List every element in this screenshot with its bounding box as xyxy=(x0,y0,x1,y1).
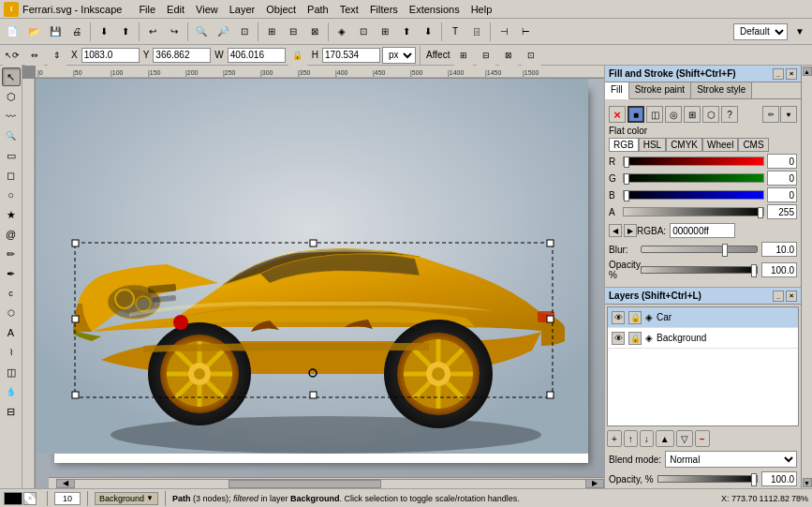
edit-fill-btn[interactable]: ✏ xyxy=(762,106,779,123)
tab-stroke-paint[interactable]: Stroke paint xyxy=(629,82,691,98)
layer-indicator[interactable]: Background ▼ xyxy=(95,492,158,505)
menu-text[interactable]: Text xyxy=(334,2,364,17)
layers-close-btn[interactable]: × xyxy=(786,291,797,302)
menu-extensions[interactable]: Extensions xyxy=(404,2,465,17)
swatch-btn[interactable]: ⬡ xyxy=(702,106,719,123)
affect-btn3[interactable]: ⊠ xyxy=(498,45,519,66)
star-tool[interactable]: ★ xyxy=(2,205,21,224)
a-input[interactable] xyxy=(767,204,797,219)
ellipse-tool[interactable]: ○ xyxy=(2,186,21,204)
zoom-fit-button[interactable]: ⊡ xyxy=(234,22,255,42)
radial-grad-btn[interactable]: ◎ xyxy=(665,106,682,123)
layer-delete-btn[interactable]: − xyxy=(695,430,710,447)
node-select-button[interactable]: ◈ xyxy=(332,22,352,42)
fill-stroke-header[interactable]: Fill and Stroke (Shift+Ctrl+F) _ × xyxy=(605,66,801,82)
menu-object[interactable]: Object xyxy=(260,2,302,17)
opacity-input[interactable] xyxy=(761,262,797,277)
eyedropper-tool[interactable]: 💧 xyxy=(2,382,21,401)
layer-car-visible[interactable]: 👁 xyxy=(612,311,625,324)
import-button[interactable]: ⬇ xyxy=(94,22,114,42)
default-dropdown[interactable]: Default xyxy=(733,23,788,40)
flip-h-btn[interactable]: ⇔ xyxy=(24,45,45,66)
prev-color-btn[interactable]: ◀ xyxy=(609,224,622,237)
cms-tab[interactable]: CMS xyxy=(738,138,768,152)
connector-tool[interactable]: ⌇ xyxy=(2,343,21,362)
measure-tool[interactable]: ⊟ xyxy=(2,402,21,421)
menu-path[interactable]: Path xyxy=(302,2,334,17)
b-input[interactable] xyxy=(767,187,797,202)
tab-stroke-style[interactable]: Stroke style xyxy=(691,82,752,98)
bucket-tool[interactable]: ⬡ xyxy=(2,304,21,322)
select-tool[interactable]: ↖ xyxy=(2,67,21,86)
pen-tool[interactable]: ✒ xyxy=(2,264,21,283)
tweak-tool[interactable]: 〰 xyxy=(2,107,21,126)
snap2-button[interactable]: ⊟ xyxy=(283,22,303,42)
h-input[interactable] xyxy=(322,48,380,63)
default-arrow[interactable]: ▼ xyxy=(790,22,810,42)
a-slider-track[interactable] xyxy=(623,207,764,216)
layer-background[interactable]: 👁 🔒 ◈ Background xyxy=(608,328,798,349)
affect-btn2[interactable]: ⊟ xyxy=(476,45,496,66)
affect-btn4[interactable]: ⊡ xyxy=(521,45,541,66)
layer-down-btn[interactable]: ↓ xyxy=(640,430,654,447)
save-button[interactable]: 💾 xyxy=(45,22,66,42)
spiral-tool[interactable]: @ xyxy=(2,225,21,244)
no-paint-btn[interactable]: × xyxy=(609,106,626,123)
new-button[interactable]: 📄 xyxy=(2,22,22,42)
rgba-hex-input[interactable] xyxy=(670,223,735,238)
opacity-slider[interactable] xyxy=(641,266,758,274)
gradient-tool[interactable]: ◫ xyxy=(2,363,21,381)
snap3-button[interactable]: ⊠ xyxy=(304,22,325,42)
layers-opacity-slider[interactable] xyxy=(657,475,758,483)
stroke-swatch[interactable]: × xyxy=(23,492,37,505)
rect-tool[interactable]: ▭ xyxy=(2,146,21,165)
cmyk-tab[interactable]: CMYK xyxy=(666,138,702,152)
wheel-tab[interactable]: Wheel xyxy=(702,138,738,152)
export-button[interactable]: ⬆ xyxy=(115,22,136,42)
panel-scroll-up[interactable]: ▲ xyxy=(803,67,812,76)
tab-fill[interactable]: Fill xyxy=(605,82,629,99)
pattern-btn[interactable]: ⊞ xyxy=(684,106,701,123)
menu-filters[interactable]: Filters xyxy=(364,2,404,17)
calligraphy-tool[interactable]: c xyxy=(2,284,21,303)
layer-lower-btn[interactable]: ▽ xyxy=(676,430,693,447)
open-button[interactable]: 📂 xyxy=(23,22,44,42)
layer-add-btn[interactable]: + xyxy=(607,430,622,447)
layer-up-btn[interactable]: ↑ xyxy=(624,430,638,447)
blur-input[interactable] xyxy=(761,242,797,257)
flip-v-btn[interactable]: ⇕ xyxy=(47,45,67,66)
canvas-content[interactable]: ◀ ▶ xyxy=(36,79,604,488)
panel-scrollbar[interactable]: ▲ ▼ xyxy=(801,66,812,488)
w-input[interactable] xyxy=(228,48,286,63)
lower-button[interactable]: ⬇ xyxy=(418,22,438,42)
node-width-input[interactable] xyxy=(54,492,81,505)
affect-btn1[interactable]: ⊞ xyxy=(453,45,474,66)
r-input[interactable] xyxy=(767,154,797,169)
hsl-tab[interactable]: HSL xyxy=(639,138,666,152)
g-input[interactable] xyxy=(767,171,797,186)
print-button[interactable]: 🖨 xyxy=(66,22,87,42)
y-input[interactable] xyxy=(153,48,211,63)
transform-btn[interactable]: ↖⟳ xyxy=(2,45,22,66)
align-right-btn[interactable]: ⊢ xyxy=(515,22,536,42)
text-tool[interactable]: A xyxy=(2,323,21,342)
unknown-btn[interactable]: ? xyxy=(721,106,738,123)
unit-select[interactable]: px xyxy=(382,47,416,64)
layer-bg-lock[interactable]: 🔒 xyxy=(628,332,642,345)
undo-button[interactable]: ↩ xyxy=(142,22,163,42)
3dbox-tool[interactable]: ◻ xyxy=(2,166,21,185)
group-button[interactable]: ⊡ xyxy=(353,22,374,42)
menu-file[interactable]: File xyxy=(133,2,161,17)
zoom-in-button[interactable]: 🔍 xyxy=(191,22,212,42)
layers-header[interactable]: Layers (Shift+Ctrl+L) _ × xyxy=(605,288,801,305)
fill-swatch[interactable] xyxy=(4,492,22,505)
text-tool-btn[interactable]: T xyxy=(445,22,465,42)
canvas-area[interactable]: |0 |50 |100 |150 |200 |250 |300 |350 |40… xyxy=(22,66,604,488)
canvas-hscroll[interactable]: ◀ ▶ xyxy=(49,477,604,488)
layer-car[interactable]: 👁 🔒 ◈ Car xyxy=(608,307,798,328)
panel-scroll-down[interactable]: ▼ xyxy=(803,478,812,487)
flat-color-btn[interactable]: ■ xyxy=(627,106,644,123)
flow-text-btn[interactable]: ⌻ xyxy=(466,22,487,42)
menu-layer[interactable]: Layer xyxy=(224,2,261,17)
b-slider-track[interactable] xyxy=(623,190,764,200)
